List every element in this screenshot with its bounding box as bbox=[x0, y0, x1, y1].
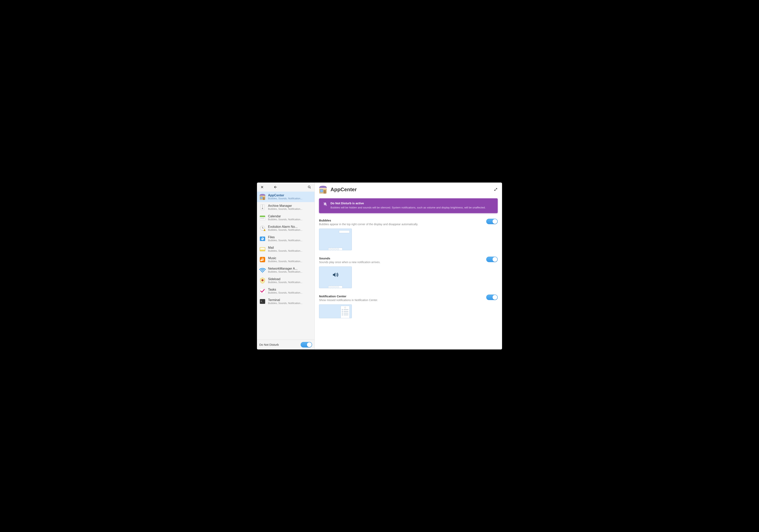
notification-center-toggle[interactable] bbox=[486, 294, 498, 300]
sidebar-item-tasks[interactable]: Tasks Bubbles, Sounds, Notification... bbox=[257, 286, 314, 296]
svg-rect-13 bbox=[260, 218, 261, 218]
app-name: AppCenter bbox=[268, 194, 312, 197]
app-name: Archive Manager bbox=[268, 204, 312, 208]
sidebar-item-sideload[interactable]: Sideload Bubbles, Sounds, Notification..… bbox=[257, 275, 314, 286]
app-subtitle: Bubbles, Sounds, Notification... bbox=[268, 270, 312, 273]
notifications-settings-window: AppCenter Bubbles, Sounds, Notification.… bbox=[257, 182, 502, 350]
dnd-label: Do Not Disturb bbox=[259, 343, 279, 346]
sidebar-item-evolution-alarm-no[interactable]: ! Evolution Alarm No... Bubbles, Sounds,… bbox=[257, 223, 314, 234]
dnd-banner: Do Not Disturb is active Bubbles will be… bbox=[319, 198, 498, 213]
files-icon bbox=[259, 235, 266, 242]
sidebar-item-music[interactable]: Music Bubbles, Sounds, Notification... bbox=[257, 254, 314, 265]
page-title: AppCenter bbox=[331, 186, 490, 193]
svg-rect-40 bbox=[324, 190, 326, 193]
bell-slash-icon bbox=[323, 202, 327, 207]
app-subtitle: Bubbles, Sounds, Notification... bbox=[268, 208, 312, 210]
app-subtitle: Bubbles, Sounds, Notification... bbox=[268, 260, 312, 263]
setting-bubbles: Bubbles Bubbles appear in the top right … bbox=[319, 219, 498, 250]
app-subtitle: Bubbles, Sounds, Notification... bbox=[268, 291, 312, 294]
app-subtitle: Bubbles, Sounds, Notification... bbox=[268, 229, 312, 231]
svg-rect-31 bbox=[260, 248, 265, 250]
sidebar-toolbar bbox=[257, 182, 314, 192]
app-name: Terminal bbox=[268, 298, 312, 302]
search-button[interactable] bbox=[306, 183, 313, 191]
fullscreen-button[interactable] bbox=[493, 187, 499, 192]
sidebar: AppCenter Bubbles, Sounds, Notification.… bbox=[257, 182, 315, 350]
svg-rect-12 bbox=[260, 216, 265, 217]
dnd-bar: Do Not Disturb bbox=[257, 340, 314, 350]
sidebar-item-archive-manager[interactable]: Archive Manager Bubbles, Sounds, Notific… bbox=[257, 202, 314, 212]
sidebar-item-calendar[interactable]: Calendar Bubbles, Sounds, Notification..… bbox=[257, 212, 314, 223]
app-name: Files bbox=[268, 236, 312, 239]
svg-rect-7 bbox=[263, 197, 265, 200]
svg-rect-6 bbox=[260, 197, 263, 199]
svg-point-33 bbox=[262, 272, 263, 273]
app-name: Evolution Alarm No... bbox=[268, 225, 312, 229]
svg-line-4 bbox=[310, 187, 310, 188]
sounds-toggle[interactable] bbox=[486, 257, 498, 262]
sounds-preview bbox=[319, 266, 352, 288]
app-subtitle: Bubbles, Sounds, Notification... bbox=[268, 249, 312, 252]
notification-center-preview bbox=[319, 304, 352, 318]
banner-title: Do Not Disturb is active bbox=[331, 202, 486, 205]
app-icon-large bbox=[318, 185, 328, 194]
app-subtitle: Bubbles, Sounds, Notification... bbox=[268, 197, 312, 200]
banner-body: Bubbles will be hidden and sounds will b… bbox=[331, 206, 486, 209]
sidebar-item-terminal[interactable]: $_ Terminal Bubbles, Sounds, Notificatio… bbox=[257, 296, 314, 307]
app-subtitle: Bubbles, Sounds, Notification... bbox=[268, 302, 312, 305]
appcenter-icon bbox=[259, 193, 266, 200]
sidebar-item-mail[interactable]: Mail Bubbles, Sounds, Notification... bbox=[257, 244, 314, 254]
app-name: Tasks bbox=[268, 288, 312, 291]
music-icon bbox=[259, 256, 266, 263]
setting-desc: Sounds play once when a new notification… bbox=[319, 261, 482, 264]
svg-rect-14 bbox=[261, 218, 262, 218]
app-name: Mail bbox=[268, 246, 312, 249]
speaker-icon bbox=[332, 271, 339, 279]
app-subtitle: Bubbles, Sounds, Notification... bbox=[268, 239, 312, 242]
archive-icon bbox=[259, 204, 266, 211]
mail-icon bbox=[259, 246, 266, 253]
app-list[interactable]: AppCenter Bubbles, Sounds, Notification.… bbox=[257, 192, 314, 340]
svg-rect-10 bbox=[262, 208, 263, 209]
app-subtitle: Bubbles, Sounds, Notification... bbox=[268, 218, 312, 221]
setting-title: Bubbles bbox=[319, 219, 482, 222]
close-button[interactable] bbox=[259, 183, 266, 191]
svg-rect-15 bbox=[262, 218, 263, 218]
app-name: Sideload bbox=[268, 277, 312, 281]
main-header: AppCenter bbox=[315, 182, 502, 196]
svg-rect-19 bbox=[262, 219, 263, 219]
svg-rect-16 bbox=[263, 218, 264, 218]
sidebar-item-appcenter[interactable]: AppCenter Bubbles, Sounds, Notification.… bbox=[257, 192, 314, 202]
sideload-icon bbox=[259, 277, 266, 284]
setting-notification-center: Notification Center Show missed notifica… bbox=[319, 294, 498, 318]
setting-title: Notification Center bbox=[319, 294, 482, 298]
app-subtitle: Bubbles, Sounds, Notification... bbox=[268, 281, 312, 284]
app-name: Calendar bbox=[268, 214, 312, 218]
setting-desc: Bubbles appear in the top right corner o… bbox=[319, 223, 482, 226]
svg-text:$_: $_ bbox=[261, 300, 263, 302]
main-content: AppCenter Do Not Disturb is active Bubbl… bbox=[315, 182, 502, 350]
setting-desc: Show missed notifications in Notificatio… bbox=[319, 298, 482, 302]
sidebar-item-networkmanager-a[interactable]: NetworkManager A... Bubbles, Sounds, Not… bbox=[257, 265, 314, 275]
svg-rect-20 bbox=[263, 219, 264, 219]
network-icon bbox=[259, 266, 266, 274]
back-button[interactable] bbox=[272, 183, 279, 191]
svg-rect-39 bbox=[320, 189, 323, 192]
app-name: Music bbox=[268, 256, 312, 260]
setting-sounds: Sounds Sounds play once when a new notif… bbox=[319, 257, 498, 288]
tasks-icon bbox=[259, 287, 266, 294]
calendar-icon bbox=[259, 214, 266, 221]
dnd-toggle[interactable] bbox=[300, 342, 312, 348]
setting-title: Sounds bbox=[319, 257, 482, 260]
alarm-icon: ! bbox=[259, 225, 266, 232]
svg-text:!: ! bbox=[264, 229, 265, 231]
svg-rect-9 bbox=[262, 205, 263, 209]
bubbles-preview bbox=[319, 229, 352, 250]
settings-scroll[interactable]: Do Not Disturb is active Bubbles will be… bbox=[315, 196, 502, 350]
terminal-icon: $_ bbox=[259, 298, 266, 305]
sidebar-item-files[interactable]: Files Bubbles, Sounds, Notification... bbox=[257, 234, 314, 244]
bubbles-toggle[interactable] bbox=[486, 219, 498, 224]
svg-rect-18 bbox=[261, 219, 262, 219]
svg-rect-17 bbox=[260, 219, 261, 219]
app-name: NetworkManager A... bbox=[268, 267, 312, 270]
